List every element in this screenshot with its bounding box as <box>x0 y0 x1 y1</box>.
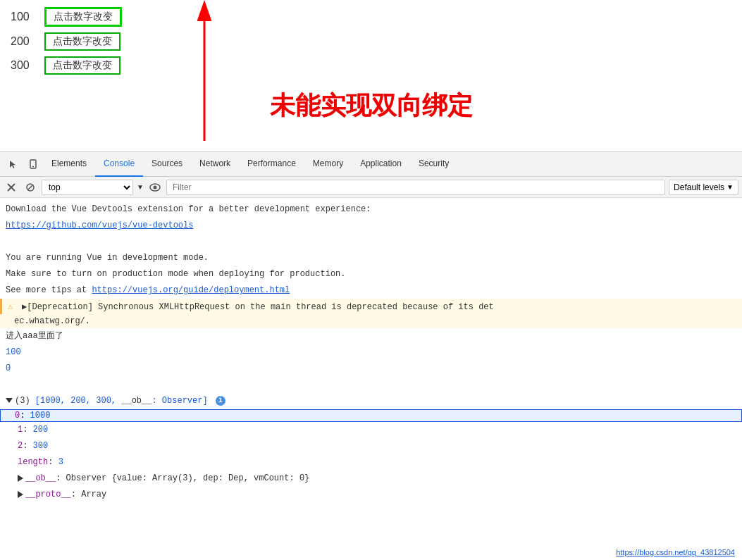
ob-expand-icon[interactable] <box>18 475 23 482</box>
devtools-tabs-bar: Elements Console Sources Network Perform… <box>0 152 742 177</box>
console-line-100: 100 <box>0 344 742 361</box>
row-100: 100 点击数字改变 <box>11 7 731 27</box>
clear-console-btn[interactable] <box>4 180 19 195</box>
console-line-blank2 <box>0 377 742 393</box>
array-length: length: 3 <box>0 454 742 471</box>
btn-100[interactable]: 点击数字改变 <box>44 7 122 27</box>
console-line-prod: Make sure to turn on production mode whe… <box>0 266 742 282</box>
console-line-tips: See more tips at https://vuejs.org/guide… <box>0 282 742 299</box>
console-line-array-header: (3) [1000, 200, 300, __ob__: Observer] i <box>0 393 742 409</box>
devtools-panel: Elements Console Sources Network Perform… <box>0 151 742 560</box>
console-line-devmode: You are running Vue in development mode. <box>0 250 742 266</box>
console-warn-cont: ec.whatwg.org/. <box>0 314 742 328</box>
array-row-1: 1: 200 <box>0 422 742 438</box>
console-line-enter-aaa: 进入aaa里面了 <box>0 328 742 344</box>
console-toolbar: top ▼ Default levels ▼ <box>0 177 742 198</box>
info-icon: i <box>216 396 225 406</box>
row-200: 200 点击数字改变 <box>11 32 731 51</box>
console-warn-deprecation: ⚠ ▶[Deprecation] Synchronous XMLHttpRequ… <box>0 299 742 314</box>
stop-btn[interactable] <box>23 180 38 195</box>
array-val-0: 1000 <box>30 411 51 421</box>
warn-triangle-icon: ⚠ <box>8 301 13 312</box>
vuejs-link[interactable]: https://vuejs.org/guide/deployment.html <box>92 285 290 295</box>
watermark: https://blog.csdn.net/qq_43812504 <box>616 548 735 556</box>
array-row-0[interactable]: 0: 1000 <box>0 409 742 422</box>
tab-application[interactable]: Application <box>352 152 410 177</box>
mobile-icon[interactable] <box>23 152 43 177</box>
cursor-icon[interactable] <box>4 152 23 177</box>
btn-200[interactable]: 点击数字改变 <box>44 32 120 51</box>
number-100: 100 <box>11 11 39 23</box>
tab-performance[interactable]: Performance <box>239 152 304 177</box>
tab-network[interactable]: Network <box>191 152 239 177</box>
array-row-2: 2: 300 <box>0 438 742 454</box>
context-select[interactable]: top <box>42 180 133 195</box>
console-line-devtools: Download the Vue Devtools extension for … <box>0 201 742 218</box>
array-proto: __proto__: Array <box>0 487 742 503</box>
dropdown-triangle: ▼ <box>137 183 144 191</box>
tab-security[interactable]: Security <box>410 152 457 177</box>
array-ob: __ob__: Observer {value: Array(3), dep: … <box>0 471 742 487</box>
console-line-link1: https://github.com/vuejs/vue-devtools <box>0 218 742 234</box>
console-line-0: 0 <box>0 361 742 377</box>
svg-point-9 <box>153 185 156 189</box>
row-300: 300 点击数字改变 <box>11 56 731 75</box>
btn-300[interactable]: 点击数字改变 <box>44 56 120 75</box>
main-title: 未能实现双向绑定 <box>11 89 731 123</box>
devtools-link[interactable]: https://github.com/vuejs/vue-devtools <box>6 220 193 230</box>
top-content-area: 100 点击数字改变 200 点击数字改变 300 点击数字改变 未能实现双向绑… <box>0 0 742 151</box>
console-output: Download the Vue Devtools extension for … <box>0 198 742 560</box>
filter-input[interactable] <box>166 180 665 195</box>
default-levels-btn[interactable]: Default levels ▼ <box>669 180 738 195</box>
array-key-0: 0 <box>15 411 20 421</box>
array-expand-icon[interactable] <box>6 398 13 403</box>
eye-icon[interactable] <box>147 180 163 195</box>
tab-sources[interactable]: Sources <box>143 152 191 177</box>
number-200: 200 <box>11 35 39 48</box>
svg-line-7 <box>28 185 32 189</box>
tab-elements[interactable]: Elements <box>43 152 95 177</box>
number-300: 300 <box>11 59 39 72</box>
tab-memory[interactable]: Memory <box>304 152 352 177</box>
console-line-blank1 <box>0 234 742 250</box>
tab-console[interactable]: Console <box>95 152 143 177</box>
warn-expand-icon[interactable]: ▶ <box>22 302 27 312</box>
proto-expand-icon[interactable] <box>18 491 23 498</box>
